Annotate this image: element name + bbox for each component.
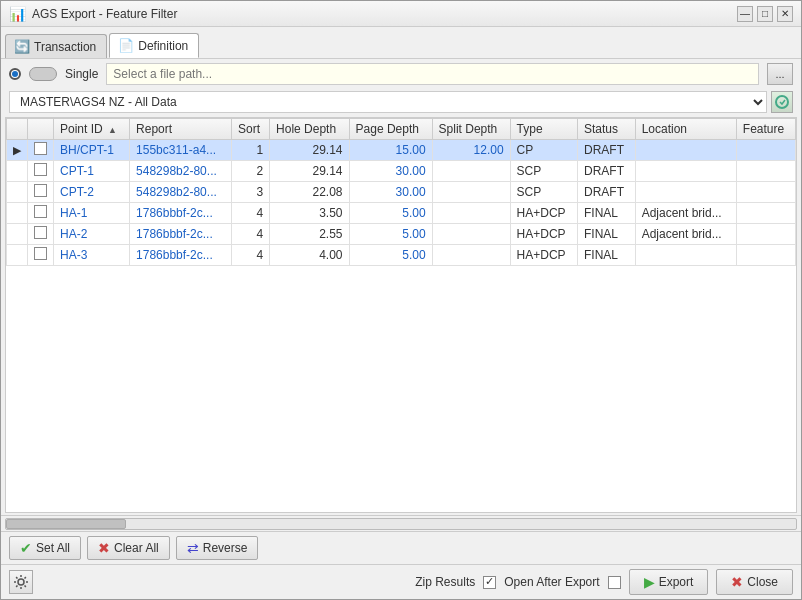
table-row[interactable]: ▶BH/CPT-1155bc311-a4...129.1415.0012.00C… — [7, 140, 796, 161]
footer-right: Zip Results Open After Export ▶ Export ✖… — [415, 569, 793, 595]
minimize-button[interactable]: — — [737, 6, 753, 22]
table-row[interactable]: HA-31786bbbf-2c...44.005.00HA+DCPFINAL — [7, 245, 796, 266]
table-cell — [736, 245, 795, 266]
table-cell: 22.08 — [270, 182, 349, 203]
table-cell: FINAL — [578, 224, 636, 245]
set-all-button[interactable]: ✔ Set All — [9, 536, 81, 560]
single-radio[interactable] — [9, 68, 21, 80]
col-point-id[interactable]: Point ID ▲ — [54, 119, 130, 140]
table-cell: HA+DCP — [510, 224, 577, 245]
table-row[interactable]: HA-11786bbbf-2c...43.505.00HA+DCPFINALAd… — [7, 203, 796, 224]
row-indicator — [7, 182, 28, 203]
col-sort[interactable]: Sort — [232, 119, 270, 140]
bottom-actions-row: ✔ Set All ✖ Clear All ⇄ Reverse — [1, 531, 801, 564]
table-cell: SCP — [510, 182, 577, 203]
row-checkbox[interactable] — [34, 205, 47, 218]
row-checkbox-cell[interactable] — [28, 161, 54, 182]
maximize-button[interactable]: □ — [757, 6, 773, 22]
data-table: Point ID ▲ Report Sort Hole Depth Page D… — [6, 118, 796, 266]
table-cell: 29.14 — [270, 140, 349, 161]
table-cell — [635, 245, 736, 266]
table-cell: 2 — [232, 161, 270, 182]
col-type[interactable]: Type — [510, 119, 577, 140]
table-cell: CPT-1 — [54, 161, 130, 182]
tab-definition[interactable]: 📄 Definition — [109, 33, 199, 58]
footer-row: Zip Results Open After Export ▶ Export ✖… — [1, 564, 801, 599]
datasource-row: MASTER\AGS4 NZ - All Data — [1, 89, 801, 115]
col-location[interactable]: Location — [635, 119, 736, 140]
sort-arrow-point-id: ▲ — [108, 125, 117, 135]
row-checkbox[interactable] — [34, 142, 47, 155]
datasource-action-button[interactable] — [771, 91, 793, 113]
col-report[interactable]: Report — [130, 119, 232, 140]
export-button[interactable]: ▶ Export — [629, 569, 709, 595]
table-cell — [432, 224, 510, 245]
single-toggle[interactable] — [29, 67, 57, 81]
table-cell — [736, 224, 795, 245]
col-split-depth[interactable]: Split Depth — [432, 119, 510, 140]
open-after-export-checkbox[interactable] — [608, 576, 621, 589]
col-feature[interactable]: Feature — [736, 119, 795, 140]
app-icon: 📊 — [9, 6, 26, 22]
col-page-depth[interactable]: Page Depth — [349, 119, 432, 140]
row-checkbox-cell[interactable] — [28, 140, 54, 161]
table-cell: FINAL — [578, 245, 636, 266]
main-window: 📊 AGS Export - Feature Filter — □ ✕ 🔄 Tr… — [0, 0, 802, 600]
table-cell: 155bc311-a4... — [130, 140, 232, 161]
svg-point-0 — [776, 96, 788, 108]
table-cell: HA-3 — [54, 245, 130, 266]
row-checkbox[interactable] — [34, 226, 47, 239]
clear-all-button[interactable]: ✖ Clear All — [87, 536, 170, 560]
row-checkbox[interactable] — [34, 247, 47, 260]
table-cell: DRAFT — [578, 182, 636, 203]
datasource-select[interactable]: MASTER\AGS4 NZ - All Data — [9, 91, 767, 113]
set-all-icon: ✔ — [20, 540, 32, 556]
zip-results-checkbox[interactable] — [483, 576, 496, 589]
tab-transaction-label: Transaction — [34, 40, 96, 54]
clear-all-icon: ✖ — [98, 540, 110, 556]
export-play-icon: ▶ — [644, 574, 655, 590]
datasource-action-icon — [775, 95, 789, 109]
row-checkbox-cell[interactable] — [28, 245, 54, 266]
table-cell: CP — [510, 140, 577, 161]
tab-transaction[interactable]: 🔄 Transaction — [5, 34, 107, 58]
file-path-input[interactable] — [106, 63, 759, 85]
browse-button[interactable]: ... — [767, 63, 793, 85]
table-cell — [432, 182, 510, 203]
col-indicator — [7, 119, 28, 140]
horizontal-scrollbar[interactable] — [5, 518, 797, 530]
scrollbar-thumb[interactable] — [6, 519, 126, 529]
col-hole-depth[interactable]: Hole Depth — [270, 119, 349, 140]
row-checkbox-cell[interactable] — [28, 224, 54, 245]
table-row[interactable]: HA-21786bbbf-2c...42.555.00HA+DCPFINALAd… — [7, 224, 796, 245]
table-cell: 30.00 — [349, 161, 432, 182]
table-cell: 4 — [232, 224, 270, 245]
table-cell: HA+DCP — [510, 245, 577, 266]
row-checkbox[interactable] — [34, 184, 47, 197]
reverse-button[interactable]: ⇄ Reverse — [176, 536, 259, 560]
table-cell: 5.00 — [349, 203, 432, 224]
row-checkbox-cell[interactable] — [28, 203, 54, 224]
set-all-label: Set All — [36, 541, 70, 555]
table-row[interactable]: CPT-2548298b2-80...322.0830.00SCPDRAFT — [7, 182, 796, 203]
table-row[interactable]: CPT-1548298b2-80...229.1430.00SCPDRAFT — [7, 161, 796, 182]
close-window-button[interactable]: ✕ — [777, 6, 793, 22]
row-indicator — [7, 245, 28, 266]
horizontal-scrollbar-row — [1, 515, 801, 531]
table-cell: CPT-2 — [54, 182, 130, 203]
table-cell: Adjacent brid... — [635, 224, 736, 245]
col-status[interactable]: Status — [578, 119, 636, 140]
open-after-export-label: Open After Export — [504, 575, 599, 589]
titlebar-controls: — □ ✕ — [737, 6, 793, 22]
table-cell: 30.00 — [349, 182, 432, 203]
close-button[interactable]: ✖ Close — [716, 569, 793, 595]
row-checkbox-cell[interactable] — [28, 182, 54, 203]
row-checkbox[interactable] — [34, 163, 47, 176]
row-indicator — [7, 224, 28, 245]
table-cell: BH/CPT-1 — [54, 140, 130, 161]
table-cell: 2.55 — [270, 224, 349, 245]
table-cell: 29.14 — [270, 161, 349, 182]
tab-definition-label: Definition — [138, 39, 188, 53]
footer-icon-button[interactable] — [9, 570, 33, 594]
table-cell: SCP — [510, 161, 577, 182]
